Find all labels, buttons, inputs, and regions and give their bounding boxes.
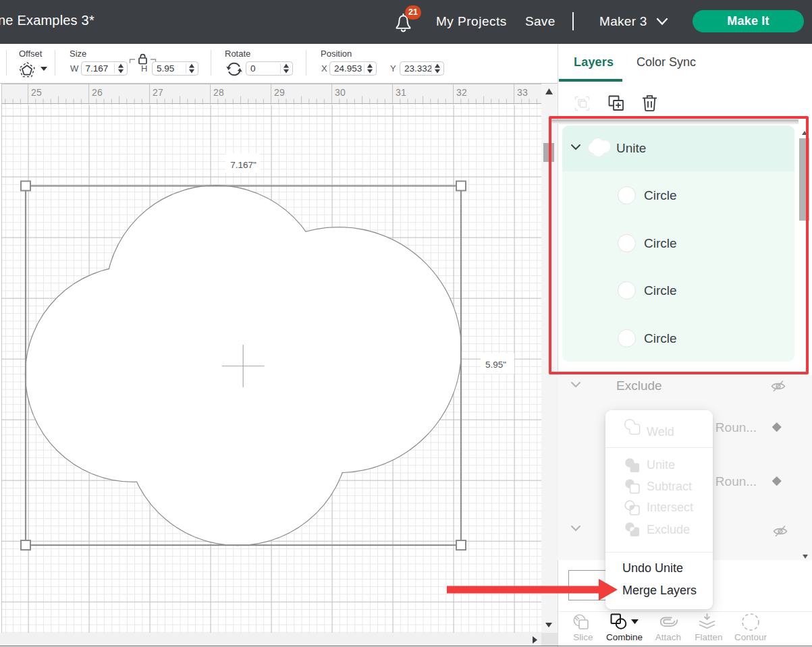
svg-text:7.167": 7.167" bbox=[230, 160, 256, 170]
svg-text:5.95": 5.95" bbox=[485, 360, 506, 370]
